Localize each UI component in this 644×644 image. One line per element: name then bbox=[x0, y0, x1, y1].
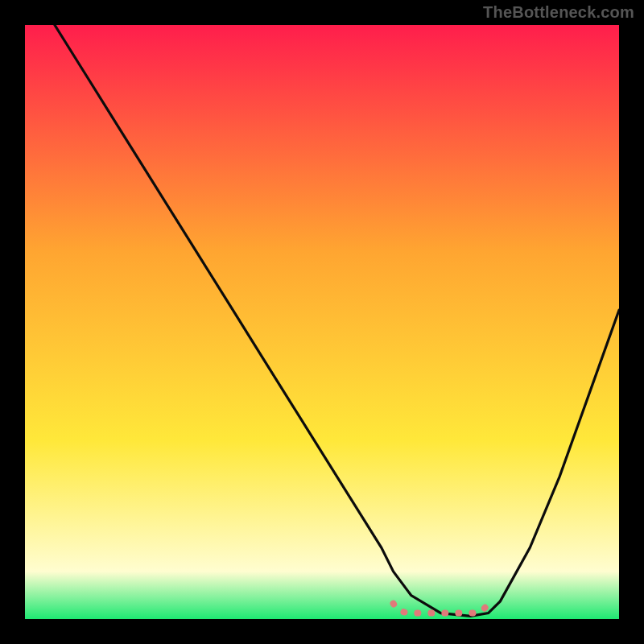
chart-frame: TheBottleneck.com bbox=[0, 0, 644, 644]
plot-area bbox=[25, 25, 619, 619]
attribution-text: TheBottleneck.com bbox=[483, 3, 634, 22]
bottleneck-curve bbox=[25, 25, 619, 619]
